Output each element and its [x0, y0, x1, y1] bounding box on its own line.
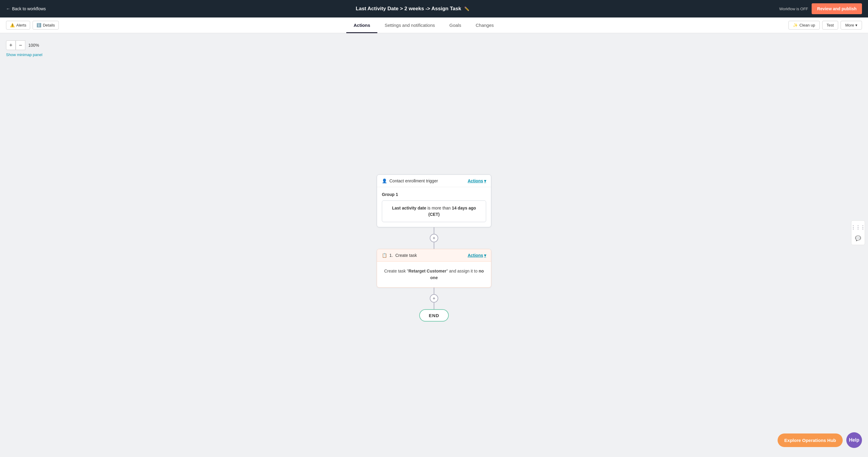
more-btn[interactable]: More ▾ [841, 21, 862, 30]
action-actions-chevron: ▾ [484, 253, 486, 258]
contact-icon: 👤 [382, 179, 387, 183]
back-label: Back to workflows [12, 6, 46, 11]
help-btn[interactable]: Help [846, 432, 862, 448]
zoom-in-btn[interactable]: + [6, 40, 16, 50]
add-step-btn-1[interactable]: + [430, 234, 438, 242]
action-header: 📋 1. Create task Actions ▾ [377, 249, 491, 262]
cleanup-icon: ✨ [793, 23, 798, 27]
chevron-down-icon: ▾ [855, 23, 858, 27]
add-step-btn-2[interactable]: + [430, 294, 438, 303]
grid-icon[interactable]: ⋮⋮⋮ [854, 223, 862, 232]
nav-right-buttons: ✨ Clean up Test More ▾ [788, 18, 862, 33]
action-description: Create task "Retarget Customer" and assi… [384, 269, 484, 280]
action-body: Create task "Retarget Customer" and assi… [377, 262, 491, 287]
trigger-title: Contact enrollment trigger [390, 179, 438, 183]
test-btn[interactable]: Test [822, 21, 838, 30]
trigger-actions-btn[interactable]: Actions ▾ [468, 179, 486, 183]
connector-line-2 [434, 242, 434, 249]
workflow-canvas: + − 100% Show minimap panel ⋮⋮⋮ 💬 👤 Cont… [0, 33, 868, 457]
workflow-area: 👤 Contact enrollment trigger Actions ▾ G… [377, 175, 491, 322]
connector-line-4 [434, 303, 434, 309]
top-nav: ← Back to workflows Last Activity Date >… [0, 0, 868, 18]
workflow-title-area: Last Activity Date > 2 weeks -> Assign T… [46, 6, 779, 12]
action-number: 1. [390, 253, 393, 258]
action-node: 📋 1. Create task Actions ▾ Create task "… [377, 249, 491, 287]
action-header-left: 📋 1. Create task [382, 253, 417, 258]
connector-line-3 [434, 287, 434, 294]
zoom-level: 100% [28, 43, 39, 48]
workflow-title-text: Last Activity Date > 2 weeks -> Assign T… [355, 6, 461, 12]
tab-changes[interactable]: Changes [468, 18, 501, 33]
condition-box: Last activity date is more than 14 days … [382, 201, 486, 222]
edit-title-icon[interactable]: ✏️ [464, 6, 469, 11]
back-arrow-icon: ← [6, 6, 10, 11]
zoom-out-btn[interactable]: − [16, 40, 25, 50]
trigger-body: Group 1 Last activity date is more than … [377, 187, 491, 227]
action-title: Create task [396, 253, 417, 258]
side-panel: ⋮⋮⋮ 💬 [851, 220, 865, 245]
cleanup-btn[interactable]: ✨ Clean up [788, 21, 819, 30]
explore-operations-hub-btn[interactable]: Explore Operations Hub [778, 433, 843, 447]
action-actions-btn[interactable]: Actions ▾ [468, 253, 486, 258]
floating-buttons: Explore Operations Hub Help [778, 432, 862, 448]
comment-icon[interactable]: 💬 [854, 234, 862, 242]
secondary-nav: ⚠️ Alerts ℹ️ Details Actions Settings an… [0, 18, 868, 33]
connector-2: + [430, 287, 438, 309]
nav-right: Workflow is OFF Review and publish [779, 3, 862, 14]
connector-1: + [430, 227, 438, 249]
trigger-header: 👤 Contact enrollment trigger Actions ▾ [377, 175, 491, 187]
trigger-header-left: 👤 Contact enrollment trigger [382, 179, 438, 183]
end-node: END [419, 309, 449, 322]
zoom-controls: + − 100% [6, 40, 39, 50]
tab-actions[interactable]: Actions [346, 18, 377, 33]
alerts-btn[interactable]: ⚠️ Alerts [6, 21, 30, 30]
nav-tabs: Actions Settings and notifications Goals… [59, 18, 789, 33]
task-icon: 📋 [382, 253, 387, 258]
alert-icon: ⚠️ [10, 23, 15, 27]
connector-line-1 [434, 227, 434, 234]
details-btn[interactable]: ℹ️ Details [33, 21, 59, 30]
nav-left-buttons: ⚠️ Alerts ℹ️ Details [6, 18, 59, 33]
workflow-status: Workflow is OFF [779, 7, 808, 11]
back-to-workflows-btn[interactable]: ← Back to workflows [6, 6, 46, 11]
group-label: Group 1 [382, 192, 486, 197]
review-publish-btn[interactable]: Review and publish [812, 3, 862, 14]
tab-settings-notifications[interactable]: Settings and notifications [377, 18, 442, 33]
condition-text: Last activity date is more than 14 days … [392, 206, 476, 217]
trigger-actions-chevron: ▾ [484, 179, 486, 183]
show-minimap-link[interactable]: Show minimap panel [6, 53, 42, 57]
tab-goals[interactable]: Goals [442, 18, 468, 33]
info-icon: ℹ️ [36, 23, 41, 27]
trigger-node: 👤 Contact enrollment trigger Actions ▾ G… [377, 175, 491, 227]
